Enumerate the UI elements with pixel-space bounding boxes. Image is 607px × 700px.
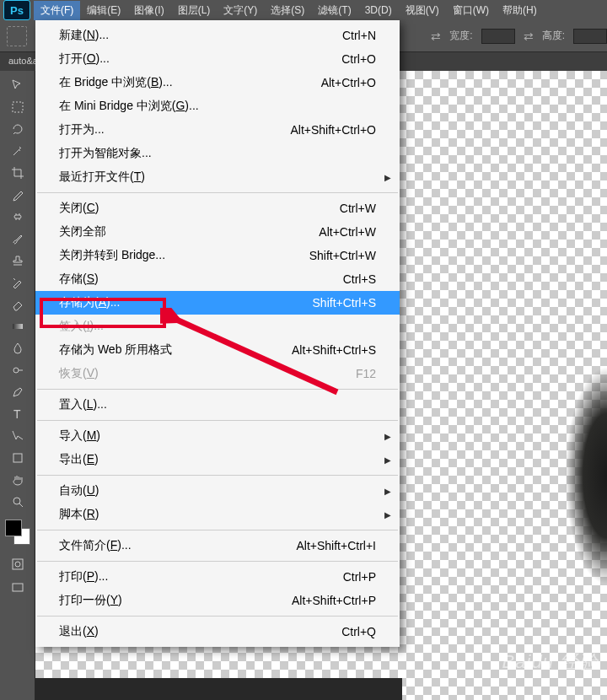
menu-item-shortcut: Shift+Ctrl+W <box>309 249 376 262</box>
svg-rect-7 <box>13 559 23 569</box>
menu-item[interactable]: 关闭并转到 Bridge...Shift+Ctrl+W <box>35 244 400 267</box>
screenmode-tool[interactable] <box>8 578 28 598</box>
menu-separator <box>37 616 398 617</box>
quickmask-tool[interactable] <box>8 554 28 574</box>
svg-point-8 <box>15 562 20 567</box>
menu-item-label: 打开为... <box>59 122 105 137</box>
menu-image[interactable]: 图像(I) <box>127 1 170 20</box>
menu-3d[interactable]: 3D(D) <box>358 2 399 19</box>
color-swatches[interactable] <box>5 520 30 545</box>
menu-item-shortcut: Ctrl+P <box>343 570 376 584</box>
brush-tool[interactable] <box>8 229 28 249</box>
menu-item[interactable]: 关闭全部Alt+Ctrl+W <box>35 220 400 244</box>
menu-item-label: 新建(N)... <box>59 28 109 43</box>
menu-help[interactable]: 帮助(H) <box>496 1 544 20</box>
menu-item[interactable]: 打印(P)...Ctrl+P <box>35 565 400 589</box>
svg-text:T: T <box>13 407 21 421</box>
menu-separator <box>37 530 398 530</box>
lasso-tool[interactable] <box>8 119 28 139</box>
menu-item-label: 存储为(A)... <box>59 295 120 310</box>
menu-item-label: 打印(P)... <box>59 569 108 584</box>
marquee-tool[interactable] <box>8 97 28 117</box>
menu-item-label: 打开(O)... <box>59 51 110 67</box>
swap-icon[interactable]: ⇄ <box>524 30 534 43</box>
heal-tool[interactable] <box>8 207 28 227</box>
menu-item[interactable]: 导入(M) <box>35 424 400 448</box>
menu-item[interactable]: 打开为...Alt+Shift+Ctrl+O <box>35 118 400 142</box>
tool-preset-icon[interactable] <box>7 26 27 46</box>
menu-file[interactable]: 文件(F) <box>34 1 80 20</box>
menu-item[interactable]: 导出(E) <box>35 448 400 471</box>
wand-tool[interactable] <box>8 141 28 161</box>
menu-item-label: 存储为 Web 所用格式 <box>59 342 172 358</box>
menu-edit[interactable]: 编辑(E) <box>80 1 127 20</box>
eyedropper-tool[interactable] <box>8 185 28 205</box>
hand-tool[interactable] <box>8 470 28 490</box>
path-tool[interactable] <box>8 426 28 446</box>
type-tool[interactable]: T <box>8 404 28 424</box>
menu-item[interactable]: 自动(U) <box>35 479 400 503</box>
blur-tool[interactable] <box>8 338 28 358</box>
eraser-tool[interactable] <box>8 294 28 315</box>
menu-item[interactable]: 存储为 Web 所用格式Alt+Shift+Ctrl+S <box>35 338 400 362</box>
menu-item-shortcut: Ctrl+W <box>340 202 376 215</box>
dodge-tool[interactable] <box>8 360 28 380</box>
swap-wh-icon[interactable]: ⇄ <box>431 30 441 43</box>
menu-item-label: 导出(E) <box>59 452 99 467</box>
menu-item[interactable]: 新建(N)...Ctrl+N <box>35 24 400 47</box>
menu-item[interactable]: 退出(X)Ctrl+Q <box>35 620 400 643</box>
menu-item-shortcut: F12 <box>356 367 376 380</box>
menu-item[interactable]: 脚本(R) <box>35 503 400 526</box>
image-content <box>565 366 607 585</box>
width-field[interactable] <box>481 29 515 44</box>
app-logo: Ps <box>3 0 30 20</box>
menu-item[interactable]: 最近打开文件(T) <box>35 165 400 189</box>
menu-item[interactable]: 在 Mini Bridge 中浏览(G)... <box>35 94 400 118</box>
menu-item-shortcut: Ctrl+N <box>342 29 376 42</box>
menu-item-label: 文件简介(F)... <box>59 538 132 553</box>
menu-item[interactable]: 在 Bridge 中浏览(B)...Alt+Ctrl+O <box>35 71 400 94</box>
menu-filter[interactable]: 滤镜(T) <box>311 1 357 20</box>
menu-item[interactable]: 打开(O)...Ctrl+O <box>35 47 400 71</box>
foreground-color[interactable] <box>5 520 22 536</box>
crop-tool[interactable] <box>8 163 28 183</box>
height-field[interactable] <box>573 29 607 44</box>
menu-type[interactable]: 文字(Y) <box>217 1 264 20</box>
pen-tool[interactable] <box>8 382 28 402</box>
width-label: 宽度: <box>449 29 472 43</box>
menu-item[interactable]: 打印一份(Y)Alt+Shift+Ctrl+P <box>35 589 400 612</box>
stamp-tool[interactable] <box>8 250 28 271</box>
menu-item-label: 恢复(V) <box>59 366 99 381</box>
move-tool[interactable] <box>8 75 28 95</box>
menu-item-shortcut: Shift+Ctrl+S <box>313 296 376 310</box>
menu-item-label: 关闭(C) <box>59 201 99 216</box>
shape-tool[interactable] <box>8 448 28 468</box>
toolbox: T <box>0 71 35 700</box>
zoom-tool[interactable] <box>8 492 28 512</box>
history-brush-tool[interactable] <box>8 272 28 293</box>
svg-rect-1 <box>14 215 21 218</box>
menu-view[interactable]: 视图(V) <box>399 1 446 20</box>
svg-point-3 <box>13 368 19 373</box>
menu-item[interactable]: 打开为智能对象... <box>35 142 400 165</box>
menu-item-label: 关闭全部 <box>59 224 106 240</box>
menu-item-label: 打印一份(Y) <box>59 593 122 608</box>
svg-rect-9 <box>13 584 23 591</box>
menu-separator <box>37 475 398 476</box>
svg-rect-0 <box>13 102 23 112</box>
menu-select[interactable]: 选择(S) <box>264 1 311 20</box>
menu-item-label: 打开为智能对象... <box>59 146 152 161</box>
menu-item[interactable]: 文件简介(F)...Alt+Shift+Ctrl+I <box>35 534 400 557</box>
menu-item[interactable]: 置入(L)... <box>35 393 400 417</box>
menu-separator <box>37 420 398 421</box>
menu-item[interactable]: 存储为(A)...Shift+Ctrl+S <box>35 291 400 315</box>
menu-item-shortcut: Alt+Shift+Ctrl+I <box>296 539 376 552</box>
menu-item-label: 在 Bridge 中浏览(B)... <box>59 75 173 90</box>
menu-item-shortcut: Ctrl+O <box>341 52 376 66</box>
menu-item[interactable]: 关闭(C)Ctrl+W <box>35 197 400 220</box>
gradient-tool[interactable] <box>8 316 28 337</box>
menu-layer[interactable]: 图层(L) <box>171 1 218 20</box>
menu-window[interactable]: 窗口(W) <box>446 1 496 20</box>
file-menu-dropdown: 新建(N)...Ctrl+N打开(O)...Ctrl+O在 Bridge 中浏览… <box>35 20 400 647</box>
menu-item[interactable]: 存储(S)Ctrl+S <box>35 267 400 291</box>
